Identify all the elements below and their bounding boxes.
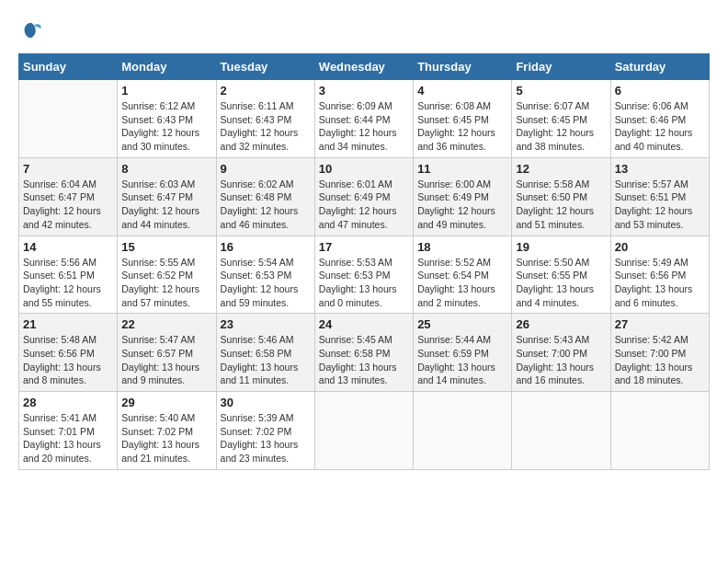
day-number: 13 bbox=[615, 162, 705, 176]
day-number: 15 bbox=[121, 240, 211, 254]
day-info: Sunrise: 5:41 AM Sunset: 7:01 PM Dayligh… bbox=[23, 411, 113, 465]
day-number: 7 bbox=[23, 162, 113, 176]
calendar-cell: 20Sunrise: 5:49 AM Sunset: 6:56 PM Dayli… bbox=[610, 236, 709, 314]
day-number: 23 bbox=[221, 317, 311, 331]
calendar-cell: 16Sunrise: 5:54 AM Sunset: 6:53 PM Dayli… bbox=[216, 236, 314, 314]
day-of-week-thursday: Thursday bbox=[414, 54, 512, 80]
day-info: Sunrise: 6:06 AM Sunset: 6:46 PM Dayligh… bbox=[615, 99, 705, 154]
calendar-body: 1Sunrise: 6:12 AM Sunset: 6:43 PM Daylig… bbox=[19, 80, 710, 470]
day-of-week-sunday: Sunday bbox=[19, 54, 118, 80]
day-info: Sunrise: 6:12 AM Sunset: 6:43 PM Dayligh… bbox=[121, 99, 211, 154]
day-number: 2 bbox=[221, 84, 311, 98]
day-number: 26 bbox=[516, 317, 606, 331]
calendar-cell: 11Sunrise: 6:00 AM Sunset: 6:49 PM Dayli… bbox=[414, 157, 512, 236]
day-info: Sunrise: 6:03 AM Sunset: 6:47 PM Dayligh… bbox=[121, 178, 211, 232]
day-number: 5 bbox=[516, 84, 606, 98]
day-info: Sunrise: 6:02 AM Sunset: 6:48 PM Dayligh… bbox=[221, 178, 311, 232]
calendar-week-4: 21Sunrise: 5:48 AM Sunset: 6:56 PM Dayli… bbox=[19, 314, 710, 392]
day-info: Sunrise: 6:11 AM Sunset: 6:43 PM Dayligh… bbox=[221, 99, 311, 154]
calendar-cell: 27Sunrise: 5:42 AM Sunset: 7:00 PM Dayli… bbox=[610, 314, 709, 392]
day-number: 3 bbox=[319, 84, 409, 98]
day-info: Sunrise: 6:04 AM Sunset: 6:47 PM Dayligh… bbox=[23, 178, 113, 232]
day-info: Sunrise: 5:58 AM Sunset: 6:50 PM Dayligh… bbox=[516, 178, 606, 232]
day-number: 29 bbox=[121, 396, 211, 409]
calendar-cell: 12Sunrise: 5:58 AM Sunset: 6:50 PM Dayli… bbox=[512, 157, 610, 236]
calendar-cell: 9Sunrise: 6:02 AM Sunset: 6:48 PM Daylig… bbox=[216, 157, 314, 236]
day-info: Sunrise: 5:48 AM Sunset: 6:56 PM Dayligh… bbox=[23, 333, 113, 387]
day-info: Sunrise: 6:00 AM Sunset: 6:49 PM Dayligh… bbox=[417, 178, 507, 232]
day-info: Sunrise: 5:47 AM Sunset: 6:57 PM Dayligh… bbox=[121, 333, 211, 387]
days-of-week-row: SundayMondayTuesdayWednesdayThursdayFrid… bbox=[19, 54, 710, 80]
day-of-week-wednesday: Wednesday bbox=[314, 54, 413, 80]
logo-icon bbox=[18, 18, 44, 44]
day-number: 4 bbox=[417, 84, 507, 98]
calendar-cell: 10Sunrise: 6:01 AM Sunset: 6:49 PM Dayli… bbox=[314, 157, 413, 236]
calendar-cell: 30Sunrise: 5:39 AM Sunset: 7:02 PM Dayli… bbox=[216, 392, 314, 470]
day-number: 20 bbox=[615, 240, 705, 254]
day-info: Sunrise: 5:57 AM Sunset: 6:51 PM Dayligh… bbox=[615, 178, 705, 232]
day-info: Sunrise: 6:01 AM Sunset: 6:49 PM Dayligh… bbox=[319, 178, 409, 232]
calendar-cell bbox=[314, 392, 413, 470]
calendar-cell: 17Sunrise: 5:53 AM Sunset: 6:53 PM Dayli… bbox=[314, 236, 413, 314]
day-info: Sunrise: 5:46 AM Sunset: 6:58 PM Dayligh… bbox=[221, 333, 311, 387]
day-info: Sunrise: 6:08 AM Sunset: 6:45 PM Dayligh… bbox=[417, 99, 507, 154]
day-of-week-tuesday: Tuesday bbox=[216, 54, 314, 80]
calendar-cell: 19Sunrise: 5:50 AM Sunset: 6:55 PM Dayli… bbox=[512, 236, 610, 314]
day-info: Sunrise: 5:42 AM Sunset: 7:00 PM Dayligh… bbox=[615, 333, 705, 387]
day-number: 10 bbox=[319, 162, 409, 176]
day-number: 18 bbox=[417, 240, 507, 254]
day-info: Sunrise: 5:54 AM Sunset: 6:53 PM Dayligh… bbox=[221, 256, 311, 310]
day-number: 21 bbox=[23, 317, 113, 331]
logo bbox=[18, 18, 48, 44]
calendar-cell: 28Sunrise: 5:41 AM Sunset: 7:01 PM Dayli… bbox=[19, 392, 118, 470]
calendar-cell bbox=[414, 392, 512, 470]
calendar-cell bbox=[19, 80, 118, 158]
calendar-table: SundayMondayTuesdayWednesdayThursdayFrid… bbox=[18, 53, 710, 470]
calendar-cell: 13Sunrise: 5:57 AM Sunset: 6:51 PM Dayli… bbox=[610, 157, 709, 236]
calendar-header: SundayMondayTuesdayWednesdayThursdayFrid… bbox=[19, 54, 710, 80]
calendar-cell: 26Sunrise: 5:43 AM Sunset: 7:00 PM Dayli… bbox=[512, 314, 610, 392]
calendar-cell bbox=[610, 392, 709, 470]
day-number: 25 bbox=[417, 317, 507, 331]
calendar-cell: 15Sunrise: 5:55 AM Sunset: 6:52 PM Dayli… bbox=[118, 236, 216, 314]
day-number: 22 bbox=[121, 317, 211, 331]
day-info: Sunrise: 5:56 AM Sunset: 6:51 PM Dayligh… bbox=[23, 256, 113, 310]
day-info: Sunrise: 5:40 AM Sunset: 7:02 PM Dayligh… bbox=[121, 411, 211, 465]
calendar-cell: 21Sunrise: 5:48 AM Sunset: 6:56 PM Dayli… bbox=[19, 314, 118, 392]
day-number: 27 bbox=[615, 317, 705, 331]
calendar-cell: 18Sunrise: 5:52 AM Sunset: 6:54 PM Dayli… bbox=[414, 236, 512, 314]
day-info: Sunrise: 6:09 AM Sunset: 6:44 PM Dayligh… bbox=[319, 99, 409, 154]
day-number: 24 bbox=[319, 317, 409, 331]
calendar-week-2: 7Sunrise: 6:04 AM Sunset: 6:47 PM Daylig… bbox=[19, 157, 710, 236]
calendar-cell: 8Sunrise: 6:03 AM Sunset: 6:47 PM Daylig… bbox=[118, 157, 216, 236]
day-number: 30 bbox=[221, 396, 311, 409]
day-number: 11 bbox=[417, 162, 507, 176]
calendar-week-5: 28Sunrise: 5:41 AM Sunset: 7:01 PM Dayli… bbox=[19, 392, 710, 470]
day-info: Sunrise: 5:53 AM Sunset: 6:53 PM Dayligh… bbox=[319, 256, 409, 310]
calendar-cell: 4Sunrise: 6:08 AM Sunset: 6:45 PM Daylig… bbox=[414, 80, 512, 158]
calendar-cell bbox=[512, 392, 610, 470]
day-info: Sunrise: 5:49 AM Sunset: 6:56 PM Dayligh… bbox=[615, 256, 705, 310]
calendar-cell: 25Sunrise: 5:44 AM Sunset: 6:59 PM Dayli… bbox=[414, 314, 512, 392]
calendar-cell: 6Sunrise: 6:06 AM Sunset: 6:46 PM Daylig… bbox=[610, 80, 709, 158]
day-number: 28 bbox=[23, 396, 113, 409]
calendar-cell: 14Sunrise: 5:56 AM Sunset: 6:51 PM Dayli… bbox=[19, 236, 118, 314]
day-info: Sunrise: 5:52 AM Sunset: 6:54 PM Dayligh… bbox=[417, 256, 507, 310]
day-info: Sunrise: 6:07 AM Sunset: 6:45 PM Dayligh… bbox=[516, 99, 606, 154]
day-number: 12 bbox=[516, 162, 606, 176]
day-info: Sunrise: 5:44 AM Sunset: 6:59 PM Dayligh… bbox=[417, 333, 507, 387]
day-info: Sunrise: 5:50 AM Sunset: 6:55 PM Dayligh… bbox=[516, 256, 606, 310]
day-info: Sunrise: 5:43 AM Sunset: 7:00 PM Dayligh… bbox=[516, 333, 606, 387]
day-number: 9 bbox=[221, 162, 311, 176]
calendar-cell: 1Sunrise: 6:12 AM Sunset: 6:43 PM Daylig… bbox=[118, 80, 216, 158]
day-of-week-saturday: Saturday bbox=[610, 54, 709, 80]
day-of-week-monday: Monday bbox=[118, 54, 216, 80]
day-number: 1 bbox=[121, 84, 211, 98]
calendar-cell: 3Sunrise: 6:09 AM Sunset: 6:44 PM Daylig… bbox=[314, 80, 413, 158]
page-header bbox=[18, 18, 710, 44]
calendar-cell: 22Sunrise: 5:47 AM Sunset: 6:57 PM Dayli… bbox=[118, 314, 216, 392]
day-info: Sunrise: 5:45 AM Sunset: 6:58 PM Dayligh… bbox=[319, 333, 409, 387]
day-number: 17 bbox=[319, 240, 409, 254]
calendar-cell: 2Sunrise: 6:11 AM Sunset: 6:43 PM Daylig… bbox=[216, 80, 314, 158]
day-number: 6 bbox=[615, 84, 705, 98]
